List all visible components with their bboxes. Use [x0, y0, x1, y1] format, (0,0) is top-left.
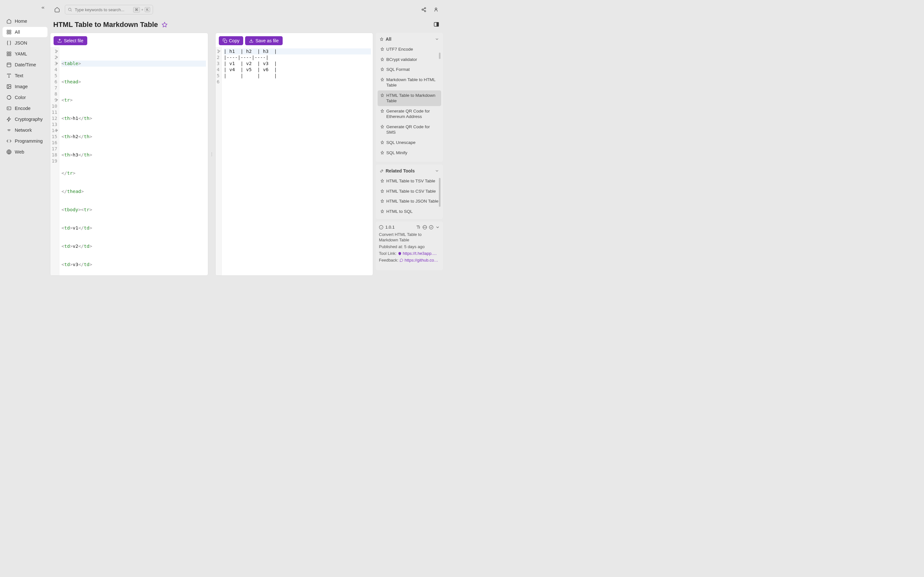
- related-tools-list[interactable]: HTML Table to TSV TableHTML Table to CSV…: [378, 176, 441, 216]
- sidebar-item-json[interactable]: JSON: [3, 38, 47, 48]
- sidebar-item-label: Image: [15, 84, 27, 89]
- sidebar-item-cryptography[interactable]: Cryptography: [3, 114, 47, 124]
- tool-item[interactable]: Markdown Table to HTML Table: [378, 75, 441, 90]
- related-tool-item[interactable]: HTML Table to CSV Table: [378, 186, 441, 197]
- sidebar-item-label: Home: [15, 19, 27, 24]
- save-as-file-button[interactable]: Save as file: [245, 36, 282, 45]
- search-icon: [68, 7, 72, 12]
- chevron-down-icon: [435, 169, 439, 173]
- info-feedback: Feedback: https://github.com/…: [379, 258, 440, 263]
- related-header[interactable]: Related Tools: [378, 167, 441, 176]
- related-header-label: Related Tools: [386, 168, 415, 173]
- copy-icon: [223, 39, 227, 43]
- chevron-down-icon[interactable]: [435, 225, 440, 229]
- right-column: All UTF7 EncodeBCrypt validatorSQL Forma…: [376, 33, 443, 276]
- favorite-button[interactable]: [162, 22, 168, 27]
- select-file-button[interactable]: Select file: [53, 36, 87, 45]
- tool-item[interactable]: Generate QR Code for SMS: [378, 122, 441, 137]
- related-tool-item[interactable]: HTML Table to JSON Table: [378, 196, 441, 206]
- scrollbar[interactable]: [439, 178, 441, 214]
- panel-icon: [433, 21, 439, 27]
- svg-point-10: [8, 85, 9, 86]
- svg-rect-1: [9, 30, 11, 32]
- topbar: ⌘ + K: [50, 3, 443, 17]
- cmd-key: ⌘: [133, 7, 140, 13]
- tool-item[interactable]: SQL Format: [378, 64, 441, 75]
- related-tool-item[interactable]: HTML Table to TSV Table: [378, 176, 441, 186]
- svg-point-16: [422, 9, 423, 10]
- tool-item[interactable]: Generate QR Code for Ethereum Address: [378, 106, 441, 122]
- sidebar-collapse-button[interactable]: [40, 5, 46, 11]
- sidebar-item-text[interactable]: Text: [3, 71, 47, 81]
- sidebar-item-label: Encode: [15, 106, 31, 111]
- sidebar-item-label: Network: [15, 127, 32, 133]
- sidebar-item-label: Color: [15, 95, 26, 100]
- sidebar-item-home[interactable]: Home: [3, 16, 47, 26]
- plus: +: [141, 8, 143, 11]
- sidebar-item-encode[interactable]: Encode: [3, 103, 47, 113]
- info-description: Convert HTML Table to Markdown Table: [379, 232, 440, 243]
- globe-icon[interactable]: [423, 225, 427, 229]
- tool-item[interactable]: SQL Minify: [378, 148, 441, 158]
- svg-rect-20: [437, 23, 439, 26]
- search-box[interactable]: ⌘ + K: [65, 5, 153, 15]
- panel-toggle-button[interactable]: [433, 21, 440, 28]
- sidebar-item-image[interactable]: Image: [3, 81, 47, 92]
- save-label: Save as file: [255, 38, 278, 43]
- svg-rect-21: [224, 40, 227, 43]
- input-editor-pane: Select file 1234567891011121314151617181…: [50, 33, 208, 276]
- calendar-icon: [6, 62, 11, 67]
- svg-point-24: [429, 226, 433, 229]
- scrollbar[interactable]: [439, 46, 441, 157]
- all-tools-card: All UTF7 EncodeBCrypt validatorSQL Forma…: [376, 33, 443, 162]
- tool-item[interactable]: BCrypt validator: [378, 55, 441, 65]
- encode-icon: [6, 106, 11, 111]
- svg-point-17: [425, 11, 426, 12]
- sidebar-list: Home All JSON YAML Date/Time Text Image: [3, 16, 47, 157]
- text-size-icon[interactable]: [416, 225, 421, 229]
- check-circle-icon[interactable]: [429, 225, 433, 229]
- search-input[interactable]: [75, 7, 131, 12]
- output-gutter: 123456: [216, 47, 222, 276]
- grid-icon: [6, 51, 11, 56]
- title-row: HTML Table to Markdown Table: [50, 19, 443, 30]
- svg-point-15: [425, 7, 426, 9]
- related-tool-item[interactable]: HTML to SQL: [378, 206, 441, 217]
- input-editor[interactable]: 12345678910111213141516171819 <table> <t…: [50, 47, 208, 276]
- svg-rect-3: [9, 32, 11, 34]
- sidebar-item-color[interactable]: Color: [3, 92, 47, 103]
- sidebar: Home All JSON YAML Date/Time Text Image: [0, 0, 50, 278]
- grid-icon: [6, 29, 11, 35]
- feedback-link[interactable]: https://github.com/…: [405, 258, 440, 263]
- home-icon: [6, 19, 11, 24]
- share-button[interactable]: [419, 5, 428, 14]
- sidebar-item-programming[interactable]: Programming: [3, 136, 47, 146]
- input-code[interactable]: <table> <thead> <tr> <th>h1</th> <th>h2<…: [59, 47, 208, 276]
- user-button[interactable]: [431, 5, 441, 14]
- sidebar-item-label: YAML: [15, 51, 27, 56]
- sidebar-item-yaml[interactable]: YAML: [3, 49, 47, 59]
- sidebar-item-label: Cryptography: [15, 117, 43, 122]
- tool-item[interactable]: SQL Unescape: [378, 137, 441, 148]
- tool-item[interactable]: UTF7 Encode: [378, 44, 441, 55]
- splitter[interactable]: ⋮: [211, 33, 213, 276]
- all-tools-list[interactable]: UTF7 EncodeBCrypt validatorSQL FormatMar…: [378, 44, 441, 159]
- sidebar-item-label: Web: [15, 149, 24, 155]
- sidebar-item-datetime[interactable]: Date/Time: [3, 60, 47, 70]
- output-toolbar: Copy Save as file: [216, 33, 373, 47]
- sidebar-item-all[interactable]: All: [3, 27, 47, 37]
- home-button[interactable]: [53, 5, 61, 14]
- output-code[interactable]: | h1 | h2 | h3 ||----|----|----|| v1 | v…: [222, 47, 373, 276]
- all-tools-header[interactable]: All: [378, 35, 441, 44]
- chevron-double-left-icon: [41, 5, 45, 10]
- select-file-label: Select file: [64, 38, 83, 43]
- tool-item[interactable]: HTML Table to Markdown Table: [378, 90, 441, 106]
- page-title: HTML Table to Markdown Table: [53, 21, 158, 29]
- sidebar-item-web[interactable]: Web: [3, 147, 47, 157]
- sidebar-item-network[interactable]: Network: [3, 125, 47, 135]
- output-editor[interactable]: 123456 | h1 | h2 | h3 ||----|----|----||…: [216, 47, 373, 276]
- output-editor-pane: Copy Save as file 123456 | h1 | h2 | h3 …: [215, 33, 373, 276]
- copy-button[interactable]: Copy: [219, 36, 244, 45]
- copy-label: Copy: [229, 38, 240, 43]
- tool-link[interactable]: https://t.he3app.co…: [403, 251, 438, 256]
